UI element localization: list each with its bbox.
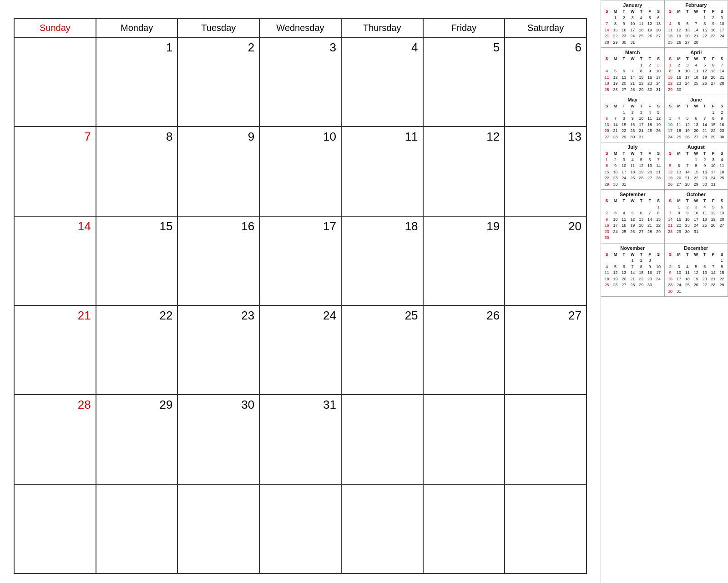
mini-day-cell [709,289,718,295]
mini-day-cell: 1 [628,258,637,264]
mini-day-cell: 16 [611,169,620,176]
mini-day-cell: 6 [620,264,628,270]
mini-day-cell: 1 [602,157,611,163]
mini-day-cell: 18 [666,33,675,40]
header-row [14,9,587,14]
day-cell [505,395,587,484]
mini-day-header: S [602,198,611,204]
mini-day-header: T [620,151,628,157]
day-cell: 17 [260,217,342,306]
mini-day-header: T [700,9,709,15]
mini-day-cell: 15 [602,169,611,176]
mini-day-cell [674,157,683,163]
mini-cal-october: OctoberSMTWTFS12345678910111213141516171… [665,190,728,243]
mini-day-cell: 9 [646,68,654,75]
mini-cal-grid: SMTWTFS123456789101112131415161718192021… [666,9,727,46]
mini-day-cell: 12 [674,27,683,34]
mini-day-header: M [674,56,683,62]
mini-day-cell: 15 [654,217,663,223]
mini-day-cell: 19 [666,175,675,182]
mini-day-cell: 15 [620,122,628,128]
mini-day-cell: 7 [646,210,654,217]
day-cell: 26 [424,306,506,395]
mini-day-cell: 23 [602,229,611,235]
mini-day-cell [602,15,611,21]
mini-cal-title: December [666,245,727,251]
day-cell: 23 [178,306,260,395]
mini-cal-july: JulySMTWTFS12345678910111213141516171819… [601,142,665,190]
day-cell [15,485,96,574]
day-cell [424,485,506,574]
mini-day-cell: 7 [628,68,637,75]
mini-day-cell: 12 [700,68,709,75]
day-cell: 5 [424,38,506,127]
mini-day-cell [620,258,628,264]
mini-day-header: M [611,56,620,62]
mini-day-header: M [611,198,620,204]
mini-day-cell [637,235,646,241]
mini-day-cell: 28 [611,134,620,141]
mini-day-header: F [646,198,654,204]
day-cell: 2 [178,38,260,127]
mini-day-cell: 4 [602,264,611,270]
mini-day-cell: 23 [700,175,709,182]
mini-cal-title: April [666,50,727,55]
mini-day-cell: 24 [674,282,683,289]
mini-day-cell: 24 [654,81,663,87]
mini-day-cell: 18 [683,276,692,283]
mini-day-cell [611,110,620,116]
mini-cal-november: NovemberSMTWTFS1234567891011121314151617… [601,243,665,297]
mini-day-cell: 11 [602,75,611,81]
mini-day-cell: 12 [611,75,620,81]
mini-day-header: W [628,198,637,204]
day-cell [260,485,342,574]
day-cell: 9 [178,127,260,216]
mini-day-cell: 5 [666,163,675,169]
mini-day-cell: 23 [620,33,628,40]
mini-day-cell: 4 [620,210,628,217]
mini-day-cell [654,235,663,241]
mini-day-cell [611,62,620,69]
mini-day-cell: 20 [646,169,654,176]
mini-day-cell: 6 [709,62,718,69]
mini-day-cell [637,40,646,46]
mini-day-cell: 24 [718,33,726,40]
mini-day-cell: 1 [674,204,683,211]
mini-day-cell: 26 [683,134,692,141]
mini-day-header: W [628,103,637,110]
mini-day-cell: 26 [666,182,675,188]
mini-day-cell: 17 [683,75,692,81]
mini-day-cell [666,204,675,211]
mini-day-cell: 6 [620,68,628,75]
mini-day-cell: 24 [683,81,692,87]
mini-day-cell: 19 [637,169,646,176]
day-header-sunday: Sunday [15,19,96,38]
mini-day-cell: 28 [692,40,700,46]
mini-day-cell: 8 [611,21,620,27]
mini-day-cell: 15 [709,122,718,128]
week-row-5 [15,485,587,574]
mini-day-cell: 13 [700,270,709,276]
mini-day-header: T [700,56,709,62]
mini-day-header: F [646,252,654,258]
mini-day-cell: 8 [602,163,611,169]
mini-cal-title: November [602,245,663,251]
mini-cal-december: DecemberSMTWTFS1234567891011121314151617… [665,243,728,297]
mini-day-cell: 27 [674,182,683,188]
mini-day-cell: 23 [674,81,683,87]
mini-day-cell: 4 [692,62,700,69]
mini-day-header: M [674,151,683,157]
mini-day-cell: 13 [709,68,718,75]
mini-day-cell: 22 [674,223,683,229]
mini-day-cell: 7 [683,163,692,169]
mini-day-cell: 16 [602,223,611,229]
mini-day-cell: 9 [674,68,683,75]
mini-day-cell: 25 [637,33,646,40]
mini-day-cell: 4 [700,204,709,211]
day-header-thursday: Thursday [342,19,424,38]
mini-day-cell: 30 [628,134,637,141]
mini-calendars: JanuarySMTWTFS12345678910111213141516171… [601,0,728,583]
mini-day-header: W [692,151,700,157]
mini-day-cell: 26 [611,282,620,289]
mini-day-cell: 17 [709,169,718,176]
